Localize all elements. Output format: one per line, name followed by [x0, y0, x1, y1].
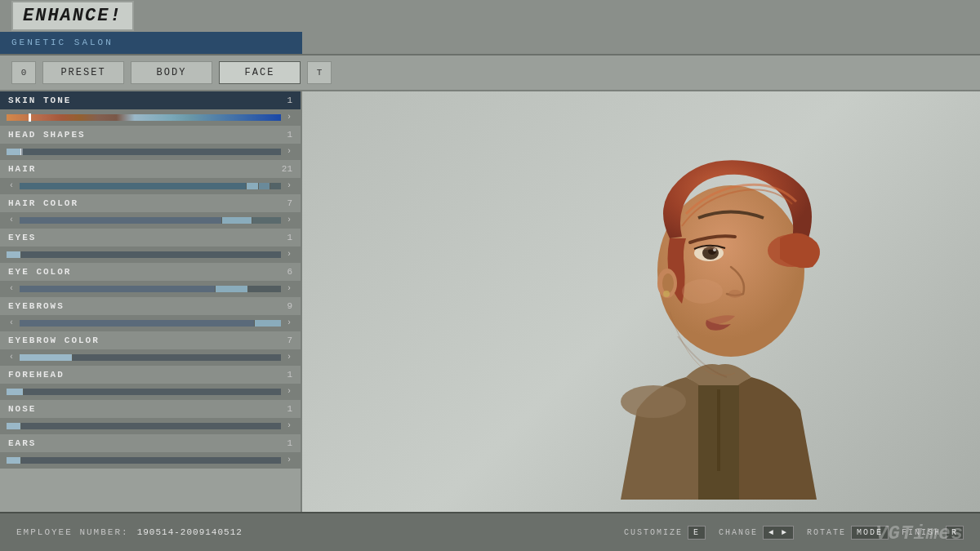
employee-info: EMPLOYEE NUMBER: 190514-2009140512: [16, 527, 243, 537]
menu-header-head-shapes[interactable]: HEAD SHAPES 1: [0, 126, 301, 144]
menu-item-head-shapes: HEAD SHAPES 1 ›: [0, 126, 301, 160]
menu-item-hair: HAIR 21 ‹ ›: [0, 160, 301, 194]
eyebrows-slider[interactable]: [20, 320, 281, 327]
eyes-slider[interactable]: [7, 251, 281, 258]
nose-value: 1: [287, 404, 292, 414]
eyes-right-arrow[interactable]: ›: [284, 250, 294, 259]
eyebrows-value: 9: [287, 301, 292, 311]
menu-header-skin-tone[interactable]: SKIN TONE 1: [0, 91, 301, 109]
employee-label: EMPLOYEE NUMBER:: [16, 527, 129, 537]
ears-value: 1: [287, 438, 292, 448]
menu-header-ears[interactable]: EARS 1: [0, 434, 301, 452]
eyes-value: 1: [287, 233, 292, 242]
menu-header-eyebrow-color[interactable]: EYEBROW COLOR 7: [0, 331, 301, 349]
eyebrow-color-left-arrow[interactable]: ‹: [7, 353, 16, 362]
forehead-value: 1: [287, 370, 292, 380]
change-label: CHANGE: [719, 528, 758, 537]
menu-header-hair-color[interactable]: HAIR COLOR 7: [0, 194, 301, 212]
right-area: [302, 91, 980, 512]
eyebrows-slider-row: ‹ ›: [0, 315, 301, 331]
subtitle-text: GENETIC SALON: [11, 38, 114, 47]
hair-slider[interactable]: [20, 183, 281, 189]
menu-header-hair[interactable]: HAIR 21: [0, 160, 301, 178]
nav-bar: 0 PRESET BODY FACE T: [0, 56, 980, 91]
customize-label: CUSTOMIZE: [624, 528, 683, 537]
character-area: [490, 108, 915, 500]
change-action[interactable]: CHANGE ◄ ►: [719, 526, 794, 540]
skin-tone-right-arrow[interactable]: ›: [284, 113, 294, 122]
head-shapes-right-arrow[interactable]: ›: [284, 147, 294, 156]
skin-tone-value: 1: [287, 96, 292, 105]
forehead-slider-row: ›: [0, 384, 301, 399]
eye-color-value: 6: [287, 267, 292, 277]
menu-header-eye-color[interactable]: EYE COLOR 6: [0, 263, 301, 281]
hair-right-arrow[interactable]: ›: [284, 181, 294, 190]
menu-header-forehead[interactable]: FOREHEAD 1: [0, 366, 301, 384]
head-shapes-value: 1: [287, 130, 292, 140]
menu-header-eyes[interactable]: EYES 1: [0, 229, 301, 247]
svg-rect-4: [717, 389, 720, 471]
eyebrow-color-slider-row: ‹ ›: [0, 349, 301, 365]
left-panel: SKIN TONE 1 › HEAD SHAPES 1: [0, 91, 302, 512]
head-shapes-slider[interactable]: [7, 149, 281, 155]
main-content: SKIN TONE 1 › HEAD SHAPES 1: [0, 91, 980, 512]
hair-color-right-arrow[interactable]: ›: [284, 216, 294, 224]
eyes-title: EYES: [8, 233, 36, 242]
customize-action[interactable]: CUSTOMIZE E: [624, 526, 706, 540]
hair-color-slider[interactable]: [20, 217, 281, 224]
menu-item-forehead: FOREHEAD 1 ›: [0, 366, 301, 400]
eye-color-left-arrow[interactable]: ‹: [7, 284, 16, 293]
nav-right-button[interactable]: T: [307, 61, 332, 84]
bottom-bar: EMPLOYEE NUMBER: 190514-2009140512 CUSTO…: [0, 512, 980, 551]
hair-left-arrow[interactable]: ‹: [7, 181, 16, 190]
menu-item-nose: NOSE 1 ›: [0, 400, 301, 434]
eyebrow-color-right-arrow[interactable]: ›: [284, 353, 294, 362]
eyebrows-right-arrow[interactable]: ›: [284, 318, 294, 327]
menu-item-eyes: EYES 1 ›: [0, 229, 301, 263]
head-shapes-title: HEAD SHAPES: [8, 130, 86, 140]
tab-face[interactable]: FACE: [219, 61, 301, 84]
menu-item-ears: EARS 1 ›: [0, 434, 301, 469]
eyebrow-color-slider[interactable]: [20, 354, 281, 361]
nose-slider-row: ›: [0, 418, 301, 433]
tab-body[interactable]: BODY: [131, 61, 212, 84]
menu-item-hair-color: HAIR COLOR 7 ‹ ›: [0, 194, 301, 229]
eye-color-title: EYE COLOR: [8, 267, 71, 277]
eye-color-right-arrow[interactable]: ›: [284, 284, 294, 293]
menu-item-skin-tone: SKIN TONE 1 ›: [0, 91, 301, 126]
hair-color-left-arrow[interactable]: ‹: [7, 216, 16, 224]
ears-slider[interactable]: [7, 457, 281, 464]
character-portrait: [490, 108, 915, 500]
svg-point-15: [663, 291, 670, 297]
nose-slider[interactable]: [7, 423, 281, 429]
forehead-right-arrow[interactable]: ›: [284, 387, 294, 396]
customize-key: E: [688, 526, 706, 540]
ears-slider-row: ›: [0, 452, 301, 468]
skin-tone-slider-row: ›: [0, 109, 301, 125]
nose-right-arrow[interactable]: ›: [284, 421, 294, 430]
eyebrows-left-arrow[interactable]: ‹: [7, 318, 16, 327]
change-key: ◄ ►: [763, 526, 794, 540]
hair-title: HAIR: [8, 164, 36, 174]
skin-tone-marker: [29, 113, 31, 122]
eyes-slider-row: ›: [0, 247, 301, 262]
hair-value: 21: [282, 164, 292, 174]
nav-left-button[interactable]: 0: [11, 61, 36, 84]
head-shapes-slider-row: ›: [0, 144, 301, 159]
watermark: VGTimes: [875, 522, 964, 544]
app-logo: ENHANCE!: [11, 1, 134, 31]
skin-tone-title: SKIN TONE: [8, 96, 71, 105]
eye-color-slider[interactable]: [20, 286, 281, 292]
nose-title: NOSE: [8, 404, 36, 414]
ears-right-arrow[interactable]: ›: [284, 455, 294, 464]
svg-point-8: [662, 273, 674, 293]
skin-tone-color-swatch[interactable]: [7, 114, 281, 121]
menu-item-eyebrow-color: EYEBROW COLOR 7 ‹ ›: [0, 331, 301, 366]
svg-point-14: [682, 279, 723, 304]
menu-header-nose[interactable]: NOSE 1: [0, 400, 301, 418]
tab-preset[interactable]: PRESET: [42, 61, 124, 84]
eye-color-slider-row: ‹ ›: [0, 281, 301, 296]
forehead-slider[interactable]: [7, 389, 281, 395]
logo-row: ENHANCE!: [0, 0, 980, 32]
menu-header-eyebrows[interactable]: EYEBROWS 9: [0, 297, 301, 315]
